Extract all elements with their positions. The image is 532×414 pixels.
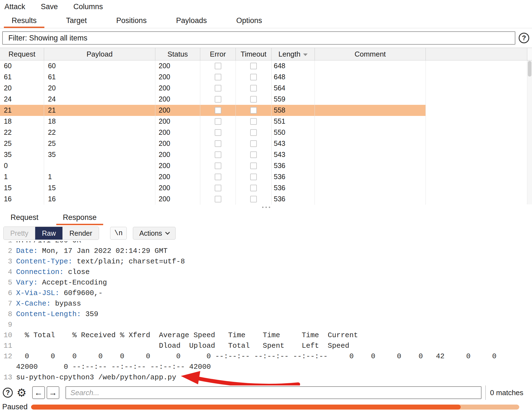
column-header-timeout[interactable]: Timeout [236, 48, 272, 60]
column-header-error[interactable]: Error [200, 48, 236, 60]
help-icon[interactable] [519, 33, 529, 43]
payload-cell: 35 [44, 149, 155, 160]
filter-box[interactable]: Filter: Showing all items [2, 31, 515, 45]
next-match-button[interactable] [47, 386, 59, 399]
timeout-checkbox[interactable] [250, 162, 257, 169]
response-viewer[interactable]: 1HTTP/1.1 200 OK2Date: Mon, 17 Jan 2022 … [0, 241, 532, 385]
table-scrollbar[interactable] [527, 60, 532, 204]
length-cell: 564 [272, 83, 315, 94]
response-line: 3Content-Type: text/plain; charset=utf-8 [0, 256, 532, 267]
timeout-checkbox[interactable] [250, 196, 257, 202]
menu-item-columns[interactable]: Columns [74, 2, 103, 11]
gear-icon[interactable] [17, 388, 27, 398]
error-checkbox[interactable] [215, 174, 221, 180]
prev-match-button[interactable] [32, 386, 45, 399]
view-mode-render[interactable]: Render [63, 227, 99, 240]
tab-target[interactable]: Target [58, 13, 95, 28]
timeout-cell [236, 105, 272, 116]
table-row[interactable]: 1616200536 [0, 194, 532, 205]
column-header-status[interactable]: Status [155, 48, 200, 60]
table-row[interactable]: 1818200551 [0, 116, 532, 127]
request-cell: 35 [0, 149, 44, 160]
timeout-checkbox[interactable] [250, 118, 257, 125]
timeout-checkbox[interactable] [250, 174, 257, 180]
detail-tab-request[interactable]: Request [4, 210, 45, 225]
response-line: 13su-python-cpython3 /web/python/app.py [0, 372, 532, 383]
error-checkbox[interactable] [215, 107, 221, 114]
error-checkbox[interactable] [215, 129, 221, 136]
error-cell [200, 149, 236, 160]
request-cell: 61 [0, 72, 44, 83]
error-checkbox[interactable] [215, 74, 221, 80]
error-checkbox[interactable] [215, 196, 221, 202]
menu-item-attack[interactable]: Attack [4, 2, 25, 11]
error-checkbox[interactable] [215, 140, 221, 147]
request-cell: 25 [0, 138, 44, 149]
error-checkbox[interactable] [215, 118, 221, 125]
payload-cell: 15 [44, 182, 155, 194]
error-cell [200, 72, 236, 83]
error-checkbox[interactable] [215, 63, 221, 69]
line-content: X-Via-JSL: 60f9600,- [16, 288, 103, 298]
view-mode-raw[interactable]: Raw [35, 227, 63, 240]
timeout-checkbox[interactable] [250, 185, 257, 191]
timeout-checkbox[interactable] [250, 129, 257, 136]
table-row[interactable]: 2121200558 [0, 105, 532, 116]
table-row[interactable]: 2424200559 [0, 94, 532, 105]
actions-label: Actions [139, 229, 162, 237]
table-row[interactable]: 11200536 [0, 171, 532, 182]
table-row[interactable]: 1515200536 [0, 182, 532, 194]
table-row[interactable]: 3535200543 [0, 149, 532, 160]
column-header-request[interactable]: Request [0, 48, 44, 60]
request-cell: 21 [0, 105, 44, 116]
tab-options[interactable]: Options [229, 13, 270, 28]
line-number: 5 [0, 277, 12, 288]
response-line: 5Vary: Accept-Encoding [0, 277, 532, 288]
error-checkbox[interactable] [215, 85, 221, 92]
line-content: Connection: close [16, 267, 90, 277]
column-header-length[interactable]: Length [272, 48, 315, 60]
timeout-checkbox[interactable] [250, 107, 257, 114]
line-text: Accept-Encoding [38, 278, 107, 287]
pane-splitter-handle[interactable] [0, 205, 532, 210]
error-checkbox[interactable] [215, 185, 221, 191]
scrollbar-thumb[interactable] [528, 61, 531, 77]
line-text: 359 [81, 310, 98, 318]
newline-toggle-button[interactable]: \n [110, 227, 127, 240]
response-line: 12 0 0 0 0 0 0 0 0 --:--:-- --:--:-- --:… [0, 351, 532, 362]
search-input[interactable] [65, 386, 482, 399]
table-row[interactable]: 0200536 [0, 160, 532, 171]
detail-tab-response[interactable]: Response [56, 210, 103, 225]
chevron-down-icon [165, 230, 170, 235]
table-row[interactable]: 2222200550 [0, 127, 532, 138]
http-header-name: Connection: [16, 268, 64, 276]
table-row[interactable]: 6060200648 [0, 60, 532, 72]
table-row[interactable]: 2020200564 [0, 83, 532, 94]
timeout-checkbox[interactable] [250, 96, 257, 103]
error-cell [200, 116, 236, 127]
tab-positions[interactable]: Positions [108, 13, 154, 28]
actions-button[interactable]: Actions [133, 227, 176, 240]
timeout-checkbox[interactable] [250, 151, 257, 158]
line-text: Dload Upload Total Spent Left Speed [16, 342, 349, 350]
column-header-payload[interactable]: Payload [44, 48, 155, 60]
request-cell: 24 [0, 94, 44, 105]
menu-item-save[interactable]: Save [41, 2, 58, 11]
timeout-checkbox[interactable] [250, 140, 257, 147]
timeout-checkbox[interactable] [250, 63, 257, 69]
table-row[interactable]: 6161200648 [0, 72, 532, 83]
search-help-icon[interactable] [3, 388, 13, 398]
column-header-comment[interactable]: Comment [315, 48, 426, 60]
line-number: 1 [0, 241, 12, 246]
view-mode-pretty[interactable]: Pretty [4, 227, 35, 240]
error-checkbox[interactable] [215, 96, 221, 103]
timeout-checkbox[interactable] [250, 85, 257, 92]
status-cell: 200 [155, 138, 200, 149]
error-checkbox[interactable] [215, 151, 221, 158]
table-row[interactable]: 2525200543 [0, 138, 532, 149]
timeout-checkbox[interactable] [250, 74, 257, 80]
tab-results[interactable]: Results [4, 13, 44, 28]
error-checkbox[interactable] [215, 162, 221, 169]
tab-payloads[interactable]: Payloads [168, 13, 215, 28]
paused-label: Paused [2, 403, 31, 411]
